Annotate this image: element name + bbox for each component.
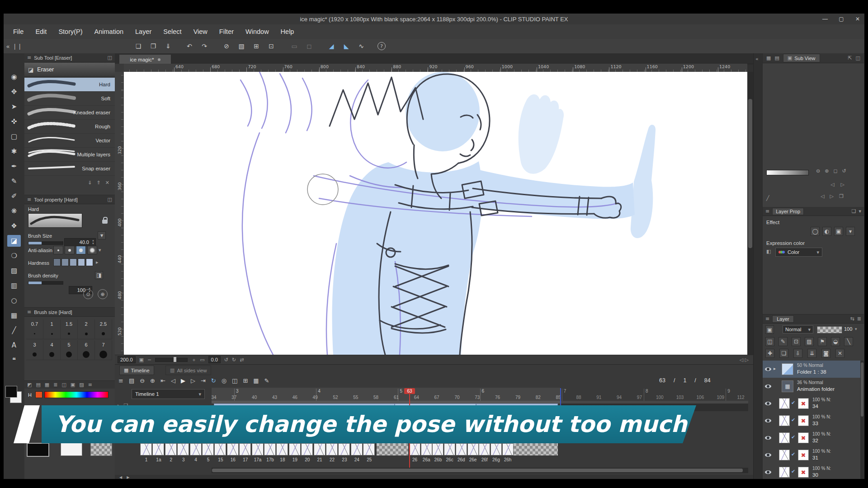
menu-file[interactable]: File xyxy=(7,24,29,39)
layer-visible-icon[interactable] xyxy=(764,383,772,390)
snap-special-icon[interactable]: ◣ xyxy=(341,41,351,51)
fill-tool-icon[interactable]: ▨ xyxy=(7,265,21,277)
cel-thumbnail[interactable] xyxy=(165,443,177,455)
redo-icon[interactable]: ↷ xyxy=(199,41,209,51)
cel-thumbnail[interactable] xyxy=(190,443,202,455)
main-color-swatch[interactable] xyxy=(5,386,17,398)
cel-thumbnail[interactable] xyxy=(152,443,164,455)
maximize-icon[interactable]: ▢ xyxy=(837,16,845,22)
timeline-scrollbar[interactable] xyxy=(212,468,748,473)
show-all-property-icon[interactable]: ⊕ xyxy=(98,289,108,299)
draw-check-icon[interactable]: ✔ xyxy=(791,417,795,423)
palette-menu-icon[interactable]: ≡ xyxy=(88,382,92,388)
subtool-item-vector[interactable]: Vector xyxy=(24,134,115,148)
brush-size-input[interactable]: 40.0 ▲▼ xyxy=(64,238,96,246)
brush-size-dropdown-icon[interactable]: ▼ xyxy=(98,231,106,239)
zoom-in-icon[interactable]: ＋ xyxy=(191,357,196,363)
layer-row[interactable]: ✔✖100 % N:31 xyxy=(763,446,860,464)
approximate-color-tab-icon[interactable]: ▣ xyxy=(71,382,75,388)
cel-thumbnail[interactable] xyxy=(301,443,313,455)
transparent-color-well[interactable] xyxy=(90,443,112,456)
canvas-vertical-scrollbar[interactable] xyxy=(747,72,753,355)
rotate-right-icon[interactable]: ↻ xyxy=(232,357,236,363)
expression-color-select[interactable]: Color ▾ xyxy=(775,248,822,257)
fill-area-icon[interactable]: ▧ xyxy=(236,41,246,51)
tab-all-sides-view[interactable]: ▥ All sides view xyxy=(165,366,211,375)
aa-medium-icon[interactable] xyxy=(76,246,86,254)
chevron-down-icon[interactable]: ▾ xyxy=(859,208,861,214)
aa-strong-icon[interactable] xyxy=(87,246,97,254)
sub-color-well[interactable] xyxy=(61,443,82,456)
tool-group-row[interactable]: ◪ Eraser xyxy=(24,63,115,77)
zoom-out-icon[interactable]: − xyxy=(147,357,151,363)
close-icon[interactable]: ✕ xyxy=(854,16,862,22)
help-icon[interactable]: ? xyxy=(377,42,386,50)
cel-thumbnail[interactable] xyxy=(202,443,214,455)
zoom-tool-icon[interactable]: ◉ xyxy=(7,71,21,83)
cel-thumbnail[interactable] xyxy=(432,443,443,455)
layer-row[interactable]: ▦36 % NormalAnimation folder xyxy=(763,378,860,395)
brush-size-dot[interactable] xyxy=(78,349,95,360)
reset-property-icon[interactable]: ⊙ xyxy=(83,289,93,299)
gradient-tool-icon[interactable]: ▥ xyxy=(7,280,21,291)
rotate-reset-icon[interactable]: ▭ xyxy=(200,357,204,363)
scroll-left-icon[interactable]: ◀ xyxy=(119,475,122,479)
hardness-5[interactable] xyxy=(86,258,93,266)
menu-animation[interactable]: Animation xyxy=(89,24,129,39)
layer-visible-icon[interactable] xyxy=(764,434,772,441)
subview-eyedropper-icon[interactable]: ╱ xyxy=(766,193,769,202)
zoom-in-icon[interactable]: ⊕ xyxy=(150,377,155,384)
cel-thumbnail[interactable] xyxy=(491,443,502,455)
panel-menu-icon[interactable]: ≡ xyxy=(27,309,31,315)
layer-row[interactable]: ✔✖100 % N:30 xyxy=(763,464,860,479)
menu-view[interactable]: View xyxy=(188,24,213,39)
panel-dock-icon[interactable]: ◫ xyxy=(856,55,860,61)
menu-help[interactable]: Help xyxy=(275,24,300,39)
reset-icon[interactable]: ↺ xyxy=(842,168,846,174)
merge-down-icon[interactable]: ⇊ xyxy=(807,349,816,358)
stepper-icons[interactable]: ▲▼ xyxy=(92,239,94,245)
cel-thumbnail[interactable] xyxy=(338,443,350,455)
subtool-item-kneadederaser[interactable]: Kneaded eraser xyxy=(24,106,115,120)
collapse-left-icon[interactable]: « xyxy=(6,43,9,50)
hardness-1[interactable] xyxy=(53,258,61,266)
tab-layer-property[interactable]: Layer Prop xyxy=(772,208,804,215)
flip-horizontal-icon[interactable]: ⇄ xyxy=(240,357,244,363)
panel-menu-icon[interactable]: ▦ xyxy=(766,55,771,61)
lasso-tool-icon[interactable]: ✱ xyxy=(7,145,21,157)
cel-thumbnail[interactable] xyxy=(363,443,375,455)
collapse-right-icon[interactable]: « xyxy=(755,56,759,62)
selection-tool-icon[interactable]: ▢ xyxy=(7,131,21,142)
snap-ruler-icon[interactable]: ◢ xyxy=(326,41,336,51)
pen-tool-icon[interactable]: ✒ xyxy=(7,160,21,172)
chevron-down-icon[interactable]: ▾ xyxy=(855,327,857,331)
brush-size-slider[interactable] xyxy=(28,241,63,245)
menu-select[interactable]: Select xyxy=(157,24,187,39)
open-file-icon[interactable]: ❐ xyxy=(839,193,844,199)
canvas-drawing[interactable] xyxy=(124,72,747,355)
cel-thumbnail[interactable] xyxy=(289,443,301,455)
layer-visible-icon[interactable] xyxy=(764,451,772,459)
scrollbar-thumb[interactable] xyxy=(748,99,752,248)
color-slider-tab-icon[interactable]: ▤ xyxy=(36,382,40,388)
open-file-icon[interactable]: ❐ xyxy=(148,41,158,51)
opacity-value[interactable]: 100 xyxy=(844,326,852,332)
layer-visible-icon[interactable] xyxy=(764,366,772,373)
opacity-slider[interactable] xyxy=(817,326,842,333)
subtool-item-soft[interactable]: Soft xyxy=(24,92,115,106)
cel-thumbnail[interactable] xyxy=(140,443,152,455)
move-tool-icon[interactable]: ✜ xyxy=(7,116,21,127)
hardness-2[interactable] xyxy=(61,258,69,266)
layer-row[interactable]: ✔✖100 % N:33 xyxy=(763,412,860,430)
panel-extra-icon[interactable]: ❏ xyxy=(852,208,856,214)
flag-icon[interactable]: ⚑ xyxy=(818,337,827,346)
save-file-icon[interactable]: ⇓ xyxy=(163,41,173,51)
edit-track-icon[interactable]: ✎ xyxy=(264,377,269,384)
onion-skin-icon[interactable]: ◎ xyxy=(222,377,226,384)
play-icon[interactable]: ▶ xyxy=(181,377,185,384)
figure-tool-icon[interactable]: ○ xyxy=(7,295,21,306)
brush-size-dot[interactable] xyxy=(78,328,95,339)
subtool-item-hard[interactable]: Hard xyxy=(24,78,115,92)
tab-layer[interactable]: Layer xyxy=(772,315,794,323)
scrollbar-thumb[interactable] xyxy=(861,362,863,417)
